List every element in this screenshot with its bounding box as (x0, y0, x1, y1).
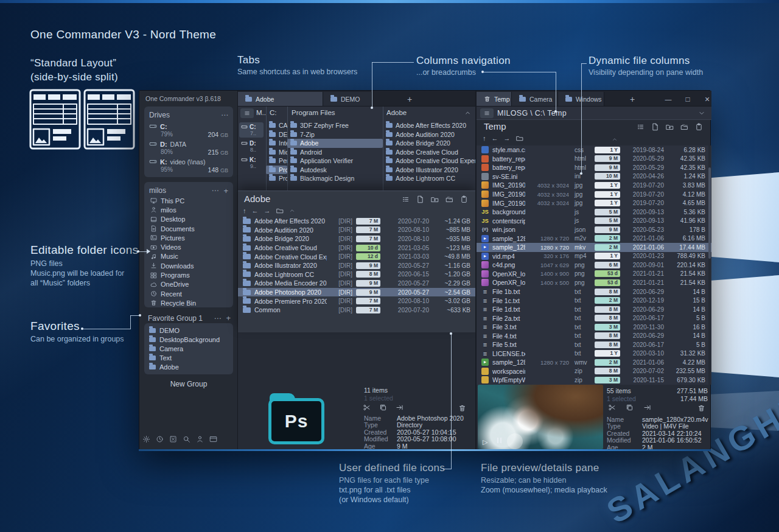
chevron-down-icon[interactable] (698, 110, 705, 117)
favorite-item-text[interactable]: Text (149, 353, 228, 362)
folder-row[interactable]: Prog (266, 166, 287, 175)
sidebar-item-documents[interactable]: Documents (149, 224, 228, 233)
file-row[interactable]: battery_report.html html 9 M 2020-05-29 … (477, 155, 711, 164)
folder-row[interactable]: Adobe Illustrator 2020 (383, 166, 475, 175)
folder-row[interactable]: Autodesk (287, 166, 383, 175)
folder-row[interactable]: Inte (266, 139, 287, 148)
column-header-program-files[interactable]: Program Files (292, 109, 335, 116)
new-group-button[interactable]: New Group (153, 379, 225, 389)
file-row[interactable]: Adobe Creative Cloud [DIR] 10 d 2021-03-… (238, 243, 475, 253)
column-header-m-[interactable]: M.. (256, 109, 266, 116)
search-icon[interactable] (183, 435, 190, 443)
file-row[interactable]: ≡ LICENSE.txt txt 1 Y 2020-03-10 31.32 K… (477, 349, 711, 359)
file-row[interactable]: ≡ File 3.txt txt 3 M 2020-11-30 16 B (477, 323, 711, 332)
rename-icon[interactable] (396, 404, 403, 411)
paste-icon[interactable] (460, 195, 468, 203)
sidebar-item-pictures[interactable]: Pictures (149, 233, 228, 242)
drive-item-d-[interactable]: D:DATA 80%215 GB (149, 140, 228, 156)
more-icon[interactable]: ⋯ (211, 186, 218, 195)
up-icon[interactable]: ↑ (483, 135, 486, 142)
file-row[interactable]: JS contentscript.js js 5 M 2020-09-13 41… (477, 216, 711, 225)
new-folder-icon[interactable] (666, 123, 674, 131)
file-row[interactable]: IMG_20190720_151106.jpg 4032 x 3024 jpg … (477, 198, 711, 208)
sidebar-item-onedrive[interactable]: OneDrive (149, 280, 228, 289)
file-row[interactable]: ≡ File 1b.txt txt 8 M 2020-06-29 14 B (477, 287, 711, 296)
close-button[interactable]: × (698, 93, 716, 107)
column-header-adobe[interactable]: Adobe (386, 109, 407, 116)
new-folder-icon[interactable] (431, 195, 439, 203)
file-row[interactable]: ▸ sample_1280x720.wmv 1280 x 720 wmv 2 M… (477, 358, 711, 367)
minimize-button[interactable]: — (659, 93, 677, 107)
back-icon[interactable]: ← (252, 207, 259, 214)
folder-row[interactable]: Android (287, 148, 383, 157)
folder-row[interactable]: Adobe Audition 2020 (383, 130, 475, 139)
file-row[interactable]: ≡ File 2a.txt txt 8 M 2020-06-17 5 B (477, 313, 711, 323)
sidebar-item-recent[interactable]: Recent (149, 289, 228, 298)
favorite-item-adobe[interactable]: Adobe (149, 362, 228, 371)
file-row[interactable]: Adobe Bridge 2020 [DIR] 7 M 2020-08-10 ~… (238, 234, 475, 243)
file-row[interactable]: Adobe Photoshop 2020 [DIR] 9 M 2020-05-2… (238, 288, 475, 297)
file-row[interactable]: sv-SE.ini ini 10 M 2020-04-26 1.24 KB (477, 172, 711, 181)
folder-row[interactable]: 3DF Zephyr Free (287, 121, 383, 130)
new-file-icon[interactable] (416, 195, 424, 203)
file-row[interactable]: Adobe Illustrator 2020 [DIR] 9 M 2020-05… (238, 261, 475, 270)
menu-button[interactable] (480, 108, 494, 118)
settings-icon[interactable] (142, 435, 150, 443)
paste-icon[interactable] (695, 123, 703, 131)
folder-row[interactable]: Perf (266, 156, 287, 166)
file-row[interactable]: JS background.js js 5 M 2020-09-13 5.36 … (477, 208, 711, 217)
folder-row[interactable]: Adobe Creative Cloud Experience (383, 156, 475, 166)
folder-row[interactable]: CAM (266, 121, 287, 130)
new-file-icon[interactable] (651, 123, 659, 131)
sidebar-item-milos[interactable]: milos (149, 205, 228, 214)
folder-row[interactable]: Adobe Lightroom CC (383, 174, 475, 183)
file-row[interactable]: {#} win.json json 9 M 2020-05-23 178 B (477, 225, 711, 234)
folder-up-icon[interactable] (276, 207, 284, 214)
tab-demo[interactable]: DEMO (323, 92, 372, 106)
folder-row[interactable]: Adobe After Effects 2020 (383, 121, 475, 130)
sort-icon[interactable] (289, 208, 295, 214)
forward-icon[interactable]: → (504, 135, 511, 142)
copy-icon[interactable] (626, 404, 634, 411)
more-icon[interactable]: ⋯ (221, 111, 228, 119)
file-row[interactable]: ≡ File 1d.txt txt 8 M 2020-06-29 14 B (477, 305, 711, 314)
folder-row[interactable]: DEM (266, 130, 287, 139)
delete-icon[interactable] (697, 404, 705, 412)
file-row[interactable]: style.man.css css 1 Y 2019-08-24 6.28 KB (477, 145, 711, 155)
drive-item-k-[interactable]: K:9.. (239, 155, 264, 170)
file-row[interactable]: Adobe Lightroom CC [DIR] 8 M 2020-06-15 … (238, 270, 475, 279)
folder-row[interactable]: Adobe (287, 139, 383, 148)
file-row[interactable]: ≡ File 4.txt txt 8 M 2020-06-29 14 B (477, 331, 711, 340)
file-row[interactable]: OpenXR_logo (01a).png 1400 x 500 png 53 … (477, 278, 711, 287)
tab-camera[interactable]: Camera (512, 92, 558, 106)
scrub-knob[interactable] (507, 433, 523, 449)
add-icon[interactable]: + (223, 186, 228, 195)
pause-icon[interactable] (496, 435, 502, 446)
folder-row[interactable]: Adobe Creative Cloud (383, 148, 475, 157)
play-icon[interactable]: ▷ (483, 438, 487, 446)
file-row[interactable]: ▸ vid.mp4 320 x 176 mp4 1 Y 2020-01-23 7… (477, 252, 711, 261)
file-row[interactable]: Adobe Premiere Pro 2020 [DIR] 7 M 2020-0… (238, 296, 475, 306)
more-icon[interactable]: ⋯ (214, 314, 221, 323)
folder-row[interactable]: Prog (266, 174, 287, 183)
file-row[interactable]: ▸ sample_1280x720.mkv 1280 x 720 mkv 2 M… (477, 243, 711, 252)
file-row[interactable]: Adobe Audition 2020 [DIR] 7 M 2020-08-10… (238, 226, 475, 235)
sidebar-item-music[interactable]: Music (149, 252, 228, 261)
file-row[interactable]: Common [DIR] 7 M 2020-07-20 ~633 KB (238, 306, 475, 315)
folder-up-icon[interactable] (516, 135, 523, 142)
file-row[interactable]: ≡ File 1c.txt txt 2 M 2020-12-19 15 B (477, 296, 711, 305)
sidebar-item-downloads[interactable]: Downloads (149, 261, 228, 270)
file-row[interactable]: IMG_20190720_150955.jpg 4032 x 3024 jpg … (477, 181, 711, 190)
add-icon[interactable]: + (226, 313, 231, 323)
drive-item-d-[interactable]: D:8.. (239, 139, 264, 154)
folder-row[interactable]: Blackmagic Design (287, 174, 383, 183)
cut-icon[interactable] (608, 404, 616, 411)
details-view-icon[interactable] (402, 195, 410, 203)
duplicate-icon[interactable] (680, 123, 688, 131)
favorites-group-header[interactable]: Favorite Group 1 ⋯ + (148, 313, 231, 323)
file-row[interactable]: ▸ sample_1280x720.m2v 1280 x 720 m2v 2 M… (477, 234, 711, 243)
sort-icon[interactable] (612, 136, 618, 142)
favorite-item-camera[interactable]: Camera (149, 344, 228, 353)
cut-icon[interactable] (363, 404, 371, 411)
column-header-c-[interactable]: C: (270, 109, 277, 116)
